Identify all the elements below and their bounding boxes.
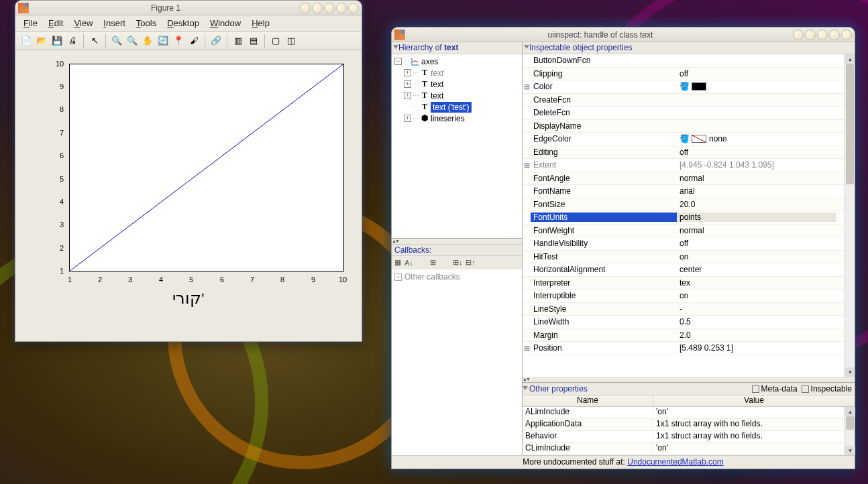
zoom-in-icon[interactable]: 🔍 — [110, 34, 123, 48]
print-icon[interactable]: 🖨 — [66, 34, 79, 48]
colorbar-icon[interactable]: ▥ — [231, 34, 245, 48]
property-row-Extent[interactable]: ⊞Extent[4.945 -0.824 1.043 1.095] — [523, 159, 855, 172]
property-value[interactable]: arial — [677, 186, 836, 196]
menu-tools[interactable]: Tools — [131, 17, 162, 29]
menu-window[interactable]: Window — [205, 17, 246, 29]
categorized-icon[interactable]: ▦ — [394, 258, 401, 267]
property-value[interactable]: points — [677, 213, 836, 222]
property-value[interactable]: 🪣 none — [677, 134, 836, 143]
minimize-button[interactable] — [300, 3, 311, 13]
scroll-down-icon[interactable]: ▼ — [845, 446, 855, 455]
link-icon[interactable]: 🔗 — [209, 34, 223, 48]
scroll-up-icon[interactable]: ▲ — [845, 407, 855, 416]
tree-node-lineseries[interactable]: +⋯ ⬢ lineseries — [392, 113, 522, 124]
zoom-out-icon[interactable]: 🔍 — [125, 34, 139, 48]
property-value[interactable]: 🪣 — [677, 82, 836, 91]
menu-insert[interactable]: Insert — [98, 17, 131, 29]
menu-view[interactable]: View — [68, 17, 98, 29]
figure-titlebar[interactable]: Figure 1 — [15, 1, 362, 15]
hierarchy-tree[interactable]: −⋯ axes +⋯ T text +⋯ T text +⋯ T te — [392, 54, 522, 239]
color-swatch[interactable] — [692, 82, 706, 90]
brush-icon[interactable]: 🖌 — [187, 34, 201, 48]
show-tools-icon[interactable]: ◫ — [284, 34, 298, 48]
col-header-name[interactable]: Name — [523, 396, 653, 406]
property-value[interactable]: off — [677, 69, 836, 78]
datacursor-icon[interactable]: 📍 — [172, 34, 185, 48]
property-row-DeleteFcn[interactable]: DeleteFcn✎ — [523, 107, 855, 120]
uiinspect-titlebar[interactable]: uiinspect: handle of class text — [392, 27, 855, 42]
maximize-button[interactable] — [829, 29, 840, 40]
menu-desktop[interactable]: Desktop — [162, 17, 205, 29]
col-header-value[interactable]: Value — [653, 396, 855, 406]
property-value[interactable]: normal — [677, 226, 836, 235]
new-figure-icon[interactable]: 📄 — [19, 34, 33, 48]
other-row-Behavior[interactable]: Behavior1x1 struct array with no fields. — [523, 431, 855, 443]
close-button[interactable] — [841, 29, 852, 40]
shade-button[interactable] — [805, 29, 816, 40]
expand-all-icon[interactable]: ⊞ — [430, 258, 436, 267]
property-value[interactable]: [5.489 0.253 1] — [677, 343, 836, 353]
property-row-FontName[interactable]: FontNamearial✎ — [523, 185, 855, 198]
legend-icon[interactable]: ▤ — [247, 34, 260, 48]
property-row-LineWidth[interactable]: LineWidth0.5✎ — [523, 316, 855, 329]
property-row-HorizontalAlignment[interactable]: HorizontalAlignmentcenter▼ — [523, 263, 855, 277]
property-value[interactable]: 20.0 — [677, 200, 836, 209]
open-icon[interactable]: 📂 — [35, 34, 48, 48]
collapse-icon[interactable]: − — [394, 58, 402, 65]
color-swatch[interactable] — [692, 135, 706, 143]
other-value[interactable]: 1x1 struct array with no fields. — [653, 419, 855, 430]
figure-canvas[interactable]: 10 9 8 7 6 5 4 3 2 1 1 2 3 4 5 6 7 8 9 1… — [15, 50, 362, 341]
tree-node-axes[interactable]: −⋯ axes — [392, 56, 522, 67]
property-row-EdgeColor[interactable]: EdgeColor🪣 none — [523, 133, 855, 146]
minimize-button[interactable] — [793, 29, 804, 40]
scrollbar[interactable]: ▲ ▼ — [845, 407, 855, 455]
other-row-ApplicationData[interactable]: ApplicationData1x1 struct array with no … — [523, 419, 855, 431]
property-row-Interpreter[interactable]: Interpretertex▼ — [523, 277, 855, 290]
axes[interactable] — [69, 64, 344, 271]
property-row-Editing[interactable]: Editingoff▼ — [523, 146, 855, 160]
property-value[interactable]: 0.5 — [677, 317, 836, 326]
pan-icon[interactable]: ✋ — [141, 34, 154, 48]
expand-icon[interactable]: + — [394, 274, 402, 281]
other-value[interactable]: 'on' — [653, 443, 855, 455]
property-row-LineStyle[interactable]: LineStyle-▼ — [523, 303, 855, 316]
close-button[interactable] — [348, 3, 359, 13]
scrollbar[interactable]: ▲ ▼ — [845, 54, 855, 377]
color-picker-icon[interactable]: 🪣 — [680, 134, 689, 143]
splitter[interactable] — [523, 377, 855, 382]
menu-help[interactable]: Help — [246, 17, 275, 29]
tree-node-text-1[interactable]: +⋯ T text — [392, 67, 522, 78]
menu-file[interactable]: File — [18, 17, 43, 29]
ontop-button[interactable] — [324, 3, 335, 13]
tree-node-text-selected[interactable]: ⋯ T text ('test') — [392, 101, 522, 113]
edit-plot-icon[interactable]: ↖ — [88, 34, 101, 48]
footer-link[interactable]: UndocumentedMatlab.com — [627, 457, 723, 467]
expand-icon[interactable]: + — [404, 115, 411, 122]
scroll-thumb[interactable] — [846, 64, 854, 184]
property-row-FontUnits[interactable]: FontUnitspoints▼ — [523, 211, 855, 225]
property-value[interactable]: [4.945 -0.824 1.043 1.095] — [677, 160, 836, 170]
expand-icon[interactable]: + — [404, 80, 411, 88]
ontop-button[interactable] — [817, 29, 828, 40]
inspectable-checkbox[interactable] — [802, 385, 809, 393]
collapse-icon[interactable]: ⊟↑ — [466, 258, 476, 267]
other-row-ALimInclude[interactable]: ALimInclude'on' — [523, 407, 855, 419]
property-value[interactable]: tex — [677, 278, 836, 288]
property-value[interactable]: normal — [677, 174, 836, 183]
splitter[interactable] — [392, 239, 522, 244]
scroll-down-icon[interactable]: ▼ — [845, 367, 855, 377]
property-row-Position[interactable]: ⊞Position[5.489 0.253 1] — [523, 342, 855, 355]
save-icon[interactable]: 💾 — [50, 34, 64, 48]
property-value[interactable]: on — [677, 291, 836, 300]
property-row-HandleVisibility[interactable]: HandleVisibilityoff▼ — [523, 237, 855, 251]
menu-edit[interactable]: Edit — [43, 17, 68, 29]
property-value[interactable]: off — [677, 147, 836, 157]
hide-tools-icon[interactable]: ▢ — [269, 34, 282, 48]
property-value[interactable]: off — [677, 239, 836, 248]
other-value[interactable]: 1x1 struct array with no fields. — [653, 431, 855, 442]
expand-icon[interactable]: + — [404, 69, 411, 76]
other-value[interactable]: 'on' — [653, 407, 855, 418]
property-value[interactable]: on — [677, 252, 836, 261]
metadata-checkbox[interactable] — [752, 385, 759, 393]
rotate-icon[interactable]: 🔄 — [156, 34, 170, 48]
